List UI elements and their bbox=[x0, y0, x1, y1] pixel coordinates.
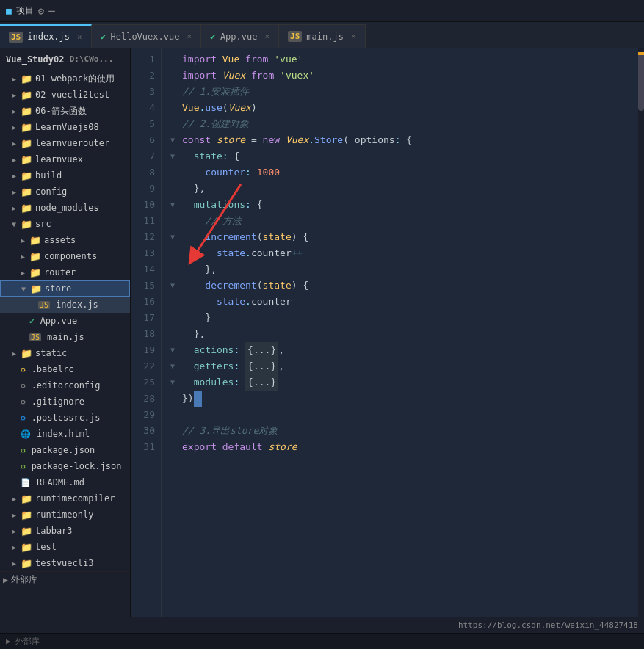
fold-icon[interactable]: ▼ bbox=[170, 342, 181, 358]
comment: // 1.安装插件 bbox=[182, 84, 249, 100]
sidebar-item-postcss[interactable]: ⚙ .postcssrc.js bbox=[0, 410, 130, 426]
tab-hello-vuex[interactable]: ✔ HelloVuex.vue × bbox=[92, 24, 201, 48]
code-editor[interactable]: import Vue from 'vue' import Vuex from '… bbox=[162, 48, 644, 617]
spacer bbox=[12, 430, 21, 438]
sidebar-item-learnvuex[interactable]: ▶ 📁 learnvuex bbox=[0, 151, 130, 167]
spacer bbox=[21, 333, 29, 341]
sidebar-item-store[interactable]: ▼ 📁 store bbox=[0, 280, 130, 297]
scrollbar[interactable] bbox=[638, 48, 644, 617]
json-icon: ⚙ bbox=[21, 462, 26, 471]
sidebar-item-label: router bbox=[44, 267, 130, 278]
folder-arrow-icon: ▶ bbox=[12, 188, 21, 196]
sidebar-item-components[interactable]: ▶ 📁 components bbox=[0, 248, 130, 264]
tab-close-icon[interactable]: × bbox=[264, 32, 269, 41]
json-icon: ⚙ bbox=[21, 446, 26, 455]
postcss-icon: ⚙ bbox=[21, 413, 26, 423]
sidebar-item-test[interactable]: ▶ 📁 test bbox=[0, 539, 130, 555]
fold-icon[interactable]: ▼ bbox=[170, 148, 181, 164]
fold-icon[interactable]: ▼ bbox=[170, 278, 181, 294]
punct bbox=[239, 374, 245, 391]
fold-icon[interactable]: ▼ bbox=[170, 229, 181, 245]
sidebar-item-package-lock[interactable]: ⚙ package-lock.json bbox=[0, 458, 130, 474]
sidebar-item-gitignore[interactable]: ⚙ .gitignore bbox=[0, 394, 130, 410]
tab-app-vue[interactable]: ✔ App.vue × bbox=[201, 24, 279, 48]
code-line-18: }, bbox=[170, 326, 644, 342]
spacer bbox=[12, 463, 21, 471]
sidebar-item-node-modules[interactable]: ▶ 📁 node_modules bbox=[0, 200, 130, 216]
folder-icon: 📁 bbox=[21, 170, 32, 181]
project-icon: ■ bbox=[6, 5, 12, 16]
indent bbox=[182, 342, 194, 358]
punct: : bbox=[245, 164, 251, 181]
sidebar-item-editorconfig[interactable]: ⚙ .editorconfig bbox=[0, 377, 130, 394]
code-line-14: }, bbox=[170, 261, 644, 278]
sidebar-item-runtimeonly[interactable]: ▶ 📁 runtimeonly bbox=[0, 507, 130, 523]
sidebar-item-app-vue[interactable]: ✔ App.vue bbox=[0, 313, 130, 329]
code-line-25: ▼ modules: {...} bbox=[170, 374, 644, 391]
sidebar-item-store-index-js[interactable]: JS index.js bbox=[0, 297, 130, 313]
sidebar-item-build[interactable]: ▶ 📁 build bbox=[0, 167, 130, 184]
folder-icon: 📁 bbox=[21, 558, 32, 569]
sidebar-item-learnvuejs08[interactable]: ▶ 📁 LearnVuejs08 bbox=[0, 119, 130, 135]
fold-icon[interactable]: ▼ bbox=[170, 132, 181, 148]
punct: : bbox=[395, 132, 401, 148]
code-line-30: // 3.导出store对象 bbox=[170, 423, 644, 439]
sidebar-item-webpack[interactable]: ▶ 📁 01-webpack的使用 bbox=[0, 70, 130, 87]
sidebar-item-vuecli2[interactable]: ▶ 📁 02-vuecli2test bbox=[0, 87, 130, 103]
sidebar-item-config[interactable]: ▶ 📁 config bbox=[0, 184, 130, 200]
folder-arrow-icon: ▶ bbox=[21, 236, 29, 244]
fold-icon[interactable]: ▼ bbox=[170, 374, 181, 391]
js-file-icon: JS bbox=[29, 333, 41, 341]
sidebar-item-testvuecli3[interactable]: ▶ 📁 testvuecli3 bbox=[0, 555, 130, 571]
fold-icon[interactable]: ▼ bbox=[170, 197, 181, 213]
sidebar-item-runtimecompiler[interactable]: ▶ 📁 runtimecompiler bbox=[0, 490, 130, 507]
spacer bbox=[21, 317, 29, 325]
indent bbox=[182, 278, 205, 294]
folder-icon: 📁 bbox=[21, 510, 32, 521]
tab-close-icon[interactable]: × bbox=[187, 32, 192, 41]
settings-button[interactable]: ⚙ bbox=[38, 5, 44, 17]
scroll-thumb[interactable] bbox=[638, 52, 644, 111]
code-line-15: ▼ decrement(state) { bbox=[170, 278, 644, 294]
sidebar-item-scratches[interactable]: ▶ 外部库 bbox=[0, 571, 130, 587]
sidebar-item-arrow[interactable]: ▶ 📁 06-箭头函数 bbox=[0, 103, 130, 119]
sidebar-item-babelrc[interactable]: ⚙ .babelrc bbox=[0, 361, 130, 377]
punct: ++ bbox=[292, 245, 303, 261]
tab-index-js[interactable]: JS index.js × bbox=[0, 24, 92, 48]
folder-arrow-icon: ▶ bbox=[21, 253, 29, 261]
code-line-22: ▼ getters: {...}, bbox=[170, 358, 644, 374]
folder-icon: 📁 bbox=[21, 493, 32, 504]
sidebar-item-index-html[interactable]: 🌐 index.html bbox=[0, 426, 130, 442]
folder-icon: 📁 bbox=[21, 154, 32, 165]
folder-icon: 📁 bbox=[21, 526, 32, 537]
fold-icon[interactable]: ▼ bbox=[170, 358, 181, 374]
sidebar-item-label: components bbox=[44, 251, 130, 261]
sidebar-item-main-js[interactable]: JS main.js bbox=[0, 329, 130, 345]
tab-main-js[interactable]: JS main.js × bbox=[279, 24, 365, 48]
comment: // 方法 bbox=[205, 213, 241, 229]
project-name: Vue_Study02 bbox=[6, 54, 70, 65]
scroll-marker-orange bbox=[638, 52, 644, 55]
sidebar-item-learnvuerouter[interactable]: ▶ 📁 learnvuerouter bbox=[0, 135, 130, 151]
sidebar-item-label: assets bbox=[44, 235, 130, 245]
sidebar-item-static[interactable]: ▶ 📁 static bbox=[0, 345, 130, 361]
sidebar-item-assets[interactable]: ▶ 📁 assets bbox=[0, 232, 130, 248]
keyword: import bbox=[182, 51, 222, 68]
sidebar-item-tabbar3[interactable]: ▶ 📁 tabbar3 bbox=[0, 523, 130, 539]
sidebar-item-router[interactable]: ▶ 📁 router bbox=[0, 264, 130, 280]
sidebar-item-label: learnvuerouter bbox=[35, 138, 130, 148]
punct: ( bbox=[343, 132, 355, 148]
sidebar-item-label: .postcssrc.js bbox=[32, 413, 130, 423]
folder-icon: 📁 bbox=[21, 106, 32, 117]
sidebar-item-label: tabbar3 bbox=[35, 526, 130, 536]
sidebar-item-readme[interactable]: 📄 README.md bbox=[0, 474, 130, 490]
identifier: store bbox=[268, 439, 297, 455]
sidebar-item-package-json[interactable]: ⚙ package.json bbox=[0, 442, 130, 458]
tab-close-icon[interactable]: × bbox=[77, 32, 82, 42]
sidebar-item-src[interactable]: ▼ 📁 src bbox=[0, 216, 130, 232]
property: counter bbox=[205, 164, 245, 181]
sidebar-item-label: main.js bbox=[47, 332, 130, 342]
minimize-button[interactable]: ─ bbox=[48, 5, 54, 17]
keyword: actions bbox=[194, 342, 234, 358]
tab-close-icon[interactable]: × bbox=[351, 32, 356, 41]
